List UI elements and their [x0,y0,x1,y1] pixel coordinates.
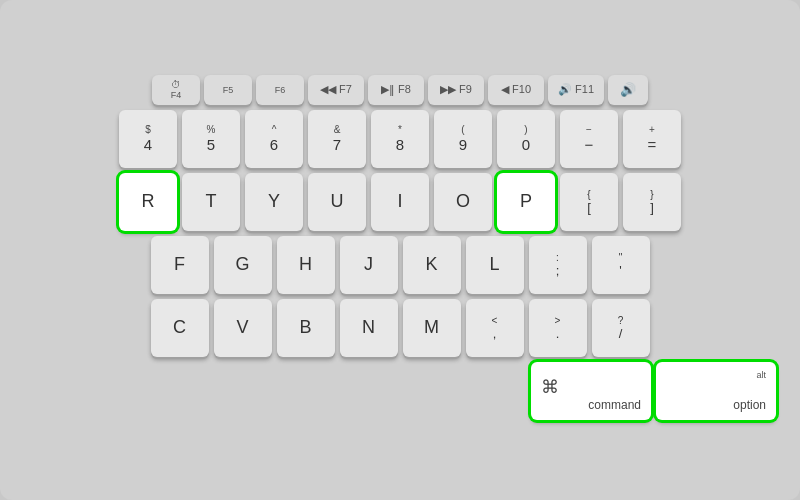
key-y[interactable]: Y [245,173,303,231]
key-j[interactable]: J [340,236,398,294]
key-close-bracket[interactable]: } ] [623,173,681,231]
key-8[interactable]: * 8 [371,110,429,168]
key-f6[interactable]: F6 [256,75,304,105]
key-f7[interactable]: ◀◀ F7 [308,75,364,105]
key-f[interactable]: F [151,236,209,294]
key-f8[interactable]: ▶‖ F8 [368,75,424,105]
key-b[interactable]: B [277,299,335,357]
key-semicolon[interactable]: : ; [529,236,587,294]
key-f5[interactable]: F5 [204,75,252,105]
key-period[interactable]: > . [529,299,587,357]
key-t[interactable]: T [182,173,240,231]
key-6[interactable]: ^ 6 [245,110,303,168]
key-4[interactable]: $ 4 [119,110,177,168]
key-y-label: Y [268,191,280,212]
key-f9[interactable]: ▶▶ F9 [428,75,484,105]
key-t-label: T [206,191,217,212]
fn-row: ⏱ F4 F5 F6 ◀◀ F7 ▶‖ F8 ▶▶ F9 ◀ F10 🔊 F11… [12,75,788,105]
key-f12[interactable]: 🔊 [608,75,648,105]
key-0[interactable]: ) 0 [497,110,555,168]
key-v[interactable]: V [214,299,272,357]
key-u-label: U [331,191,344,212]
key-p-label: P [520,191,532,212]
key-h[interactable]: H [277,236,335,294]
key-o-label: O [456,191,470,212]
key-f10[interactable]: ◀ F10 [488,75,544,105]
key-o[interactable]: O [434,173,492,231]
command-label: command [588,398,641,412]
key-i-label: I [397,191,402,212]
key-f4[interactable]: ⏱ F4 [152,75,200,105]
key-m[interactable]: M [403,299,461,357]
key-open-bracket[interactable]: { [ [560,173,618,231]
zxcv-row: C V B N M < , > . ? / [12,299,788,357]
key-9[interactable]: ( 9 [434,110,492,168]
key-c[interactable]: C [151,299,209,357]
key-option[interactable]: alt option [656,362,776,420]
qwerty-row: R T Y U I O P { [ } ] [12,173,788,231]
key-f11[interactable]: 🔊 F11 [548,75,604,105]
key-i[interactable]: I [371,173,429,231]
key-u[interactable]: U [308,173,366,231]
bottom-row: ⌘ command alt option [12,362,788,420]
key-quote[interactable]: " ' [592,236,650,294]
key-p[interactable]: P [497,173,555,231]
command-symbol: ⌘ [541,376,559,398]
key-r-label: R [142,191,155,212]
keyboard: ⏱ F4 F5 F6 ◀◀ F7 ▶‖ F8 ▶▶ F9 ◀ F10 🔊 F11… [0,0,800,500]
key-n[interactable]: N [340,299,398,357]
option-label: option [733,398,766,412]
key-command[interactable]: ⌘ command [531,362,651,420]
asdf-row: F G H J K L : ; " ' [12,236,788,294]
key-slash[interactable]: ? / [592,299,650,357]
key-l[interactable]: L [466,236,524,294]
option-alt-label: alt [756,370,766,380]
number-row: $ 4 % 5 ^ 6 & 7 * 8 [12,110,788,168]
key-7[interactable]: & 7 [308,110,366,168]
key-minus[interactable]: − − [560,110,618,168]
key-equals[interactable]: + = [623,110,681,168]
key-comma[interactable]: < , [466,299,524,357]
key-k[interactable]: K [403,236,461,294]
key-g[interactable]: G [214,236,272,294]
key-r[interactable]: R [119,173,177,231]
key-5[interactable]: % 5 [182,110,240,168]
